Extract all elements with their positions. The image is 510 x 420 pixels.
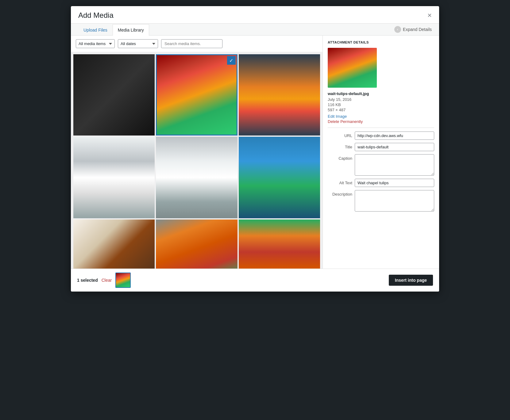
insert-into-page-button[interactable]: Insert into page [389, 275, 433, 286]
clear-selection-link[interactable]: Clear [102, 278, 112, 283]
tab-upload[interactable]: Upload Files [78, 24, 113, 36]
tabs-row: Upload Files Media Library ‹ Expand Deta… [71, 24, 439, 36]
url-input[interactable] [355, 132, 434, 140]
media-item[interactable] [239, 220, 320, 269]
caption-label: Caption [328, 154, 352, 161]
description-textarea[interactable] [355, 190, 434, 212]
file-date: July 15, 2016 [328, 97, 434, 102]
alt-text-label: Alt Text [328, 179, 352, 185]
title-label: Title [328, 143, 352, 149]
selected-checkmark: ✓ [227, 56, 236, 65]
url-field-row: URL [328, 132, 434, 140]
alt-text-field-row: Alt Text [328, 179, 434, 187]
edit-image-link[interactable]: Edit Image [328, 114, 434, 119]
media-item[interactable] [156, 137, 237, 218]
media-item[interactable] [239, 54, 320, 136]
attachment-thumbnail [328, 48, 377, 88]
title-field-row: Title [328, 143, 434, 151]
media-type-filter[interactable]: All media items Images Audio Video [76, 39, 115, 48]
modal-footer: 1 selected Clear Insert into page [71, 269, 439, 292]
url-label: URL [328, 132, 352, 138]
title-input[interactable] [355, 143, 434, 151]
media-item[interactable] [73, 220, 155, 269]
close-button[interactable]: × [427, 12, 432, 23]
description-field-row: Description [328, 190, 434, 212]
attachment-details-sidebar: ATTACHMENT DETAILS wait-tulips-default.j… [323, 36, 439, 269]
file-dimensions: 597 × 487 [328, 108, 434, 112]
filters-row: All media items Images Audio Video All d… [71, 36, 323, 52]
modal-header: Add Media × [71, 6, 439, 24]
media-item[interactable] [73, 137, 155, 218]
media-grid-container[interactable]: ✓ [71, 52, 323, 269]
media-item[interactable] [239, 137, 320, 218]
file-name: wait-tulips-default.jpg [328, 91, 434, 96]
attachment-details-heading: ATTACHMENT DETAILS [328, 40, 434, 44]
expand-arrow-icon: ‹ [394, 26, 401, 33]
media-area: All media items Images Audio Video All d… [71, 36, 323, 269]
add-media-modal: Add Media × Upload Files Media Library ‹… [71, 6, 439, 292]
date-filter[interactable]: All dates January 2020 December 2019 [118, 39, 158, 48]
media-grid: ✓ [73, 54, 320, 269]
media-item[interactable] [73, 54, 155, 136]
modal-body: All media items Images Audio Video All d… [71, 36, 439, 269]
tab-media-library[interactable]: Media Library [113, 24, 149, 36]
selected-thumbnail-preview [115, 273, 131, 288]
selected-count: 1 selected [77, 278, 98, 283]
media-item-selected[interactable]: ✓ [156, 54, 237, 136]
delete-permanently-link[interactable]: Delete Permanently [328, 119, 434, 124]
media-item[interactable] [156, 220, 237, 269]
search-input[interactable] [161, 39, 222, 48]
alt-text-input[interactable] [355, 179, 434, 187]
file-size: 116 KB [328, 102, 434, 107]
sidebar-divider [328, 128, 434, 128]
caption-field-row: Caption [328, 154, 434, 176]
modal-title: Add Media [78, 11, 114, 23]
description-label: Description [328, 190, 352, 197]
caption-textarea[interactable] [355, 154, 434, 176]
expand-details-button[interactable]: ‹ Expand Details [394, 24, 432, 35]
